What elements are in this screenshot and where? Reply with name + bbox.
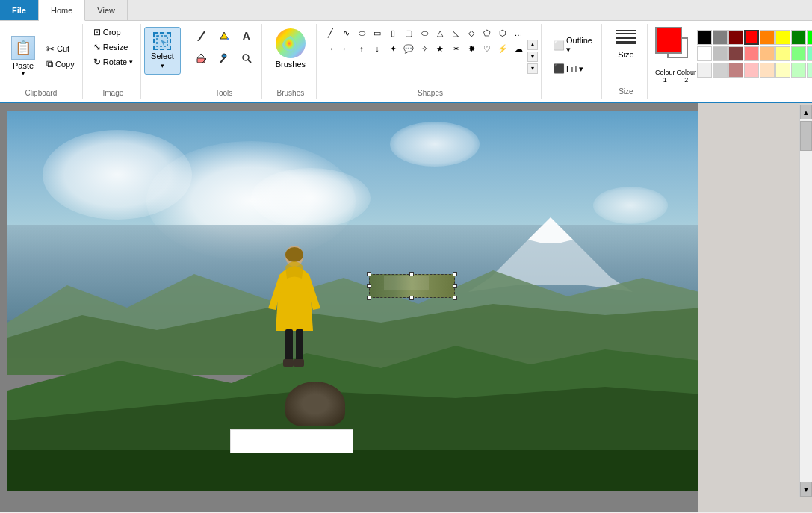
crop-button[interactable]: ⊡ Crop	[90, 25, 124, 39]
size-icon	[616, 30, 636, 44]
shape-arrow-right[interactable]: →	[323, 41, 338, 56]
shape-burst[interactable]: ✸	[464, 41, 479, 56]
color-darkred[interactable]	[728, 30, 743, 45]
text-tool[interactable]: A	[236, 25, 257, 46]
color-blush[interactable]	[744, 63, 759, 78]
shape-pentagon[interactable]: ⬠	[480, 25, 495, 40]
color-apricot[interactable]	[760, 63, 775, 78]
color-orange[interactable]	[760, 30, 775, 45]
shape-right-triangle[interactable]: ◺	[448, 25, 463, 40]
shape-rounded-rect[interactable]: ▢	[401, 25, 416, 40]
color-red[interactable]	[744, 30, 759, 45]
svg-point-19	[285, 247, 303, 262]
shape-rect2[interactable]: ▯	[385, 25, 400, 40]
shape-rect[interactable]: ▭	[370, 25, 385, 40]
size-button[interactable]: Size	[611, 27, 641, 62]
photo-background	[7, 111, 698, 491]
shape-more[interactable]: …	[511, 25, 526, 40]
color-lightpink[interactable]	[744, 46, 759, 61]
color-brown[interactable]	[728, 46, 743, 61]
fill-label: Fill ▾	[566, 64, 583, 74]
shape-cloud[interactable]: ☁	[511, 41, 526, 56]
shape-4arrow[interactable]: ✦	[385, 41, 400, 56]
shapes-scroll-more[interactable]: ▾	[527, 63, 538, 74]
shape-star4[interactable]: ✧	[417, 41, 432, 56]
color-gray[interactable]	[713, 30, 728, 45]
rotate-button[interactable]: ↻ Rotate ▾	[90, 55, 136, 69]
shape-callout[interactable]: 💬	[401, 41, 416, 56]
fill-button[interactable]: ⬛ Fill ▾	[549, 60, 597, 77]
palette-row-3	[697, 63, 812, 78]
color-ivory[interactable]	[775, 63, 790, 78]
color-yellow[interactable]	[775, 30, 790, 45]
tab-view[interactable]: View	[85, 0, 128, 20]
white-rectangle[interactable]	[230, 429, 353, 453]
color-offwhite[interactable]	[697, 63, 712, 78]
handle-br[interactable]	[453, 296, 457, 300]
scroll-thumb[interactable]	[800, 121, 812, 151]
resize-button[interactable]: ⤡ Resize	[90, 40, 131, 54]
shape-triangle[interactable]: △	[433, 25, 447, 40]
color-seafoam[interactable]	[807, 63, 812, 78]
shape-arrow-down[interactable]: ↓	[370, 41, 385, 56]
shape-star6[interactable]: ✶	[448, 41, 463, 56]
shapes-scroll-up[interactable]: ▲	[527, 40, 538, 50]
scroll-down-arrow[interactable]: ▼	[800, 482, 812, 497]
magnifier-tool[interactable]	[236, 48, 257, 69]
canvas-container[interactable]	[0, 103, 698, 512]
eraser-tool[interactable]	[191, 48, 212, 69]
shape-arrow-up[interactable]: ↑	[354, 41, 369, 56]
shapes-scroll-down[interactable]: ▼	[527, 52, 538, 62]
resize-icon: ⤡	[93, 42, 101, 52]
color-peach[interactable]	[760, 46, 775, 61]
cut-button[interactable]: ✂ Cut	[43, 42, 78, 56]
paste-icon: 📋	[11, 36, 35, 60]
color-honeydew[interactable]	[791, 63, 806, 78]
fill-tool[interactable]	[214, 25, 235, 46]
copy-button[interactable]: ⧉ Copy	[43, 57, 78, 72]
shape-lightning[interactable]: ⚡	[495, 41, 510, 56]
handle-bl[interactable]	[367, 296, 371, 300]
shape-freeform[interactable]: ⬭	[354, 25, 369, 40]
color-black[interactable]	[697, 30, 712, 45]
tab-home[interactable]: Home	[39, 0, 85, 21]
handle-bm[interactable]	[409, 296, 414, 300]
shape-hexagon[interactable]: ⬡	[495, 25, 510, 40]
brushes-button[interactable]: Brushes	[270, 25, 312, 72]
color-lightyellow2[interactable]	[775, 46, 790, 61]
color-lightgreen[interactable]	[791, 46, 806, 61]
shape-ellipse[interactable]: ⬭	[417, 25, 432, 40]
color-mint[interactable]	[807, 46, 812, 61]
shape-diamond[interactable]: ◇	[464, 25, 479, 40]
shape-curve[interactable]: ∿	[338, 25, 353, 40]
color-silver[interactable]	[713, 63, 728, 78]
shape-star5[interactable]: ★	[433, 41, 447, 56]
scroll-up-arrow[interactable]: ▲	[800, 105, 812, 119]
shape-arrow-left[interactable]: ←	[338, 41, 353, 56]
color-picker-tool[interactable]	[214, 48, 235, 69]
select-label: Select	[151, 52, 174, 60]
shape-heart[interactable]: ♡	[480, 41, 495, 56]
handle-mr[interactable]	[453, 284, 457, 288]
handle-ml[interactable]	[367, 284, 371, 288]
color-white[interactable]	[697, 46, 712, 61]
brushes-label: Brushes	[276, 60, 306, 69]
floating-selection[interactable]	[369, 274, 455, 298]
vertical-scrollbar[interactable]: ▲ ▼	[799, 105, 812, 497]
brushes-icon	[276, 28, 306, 58]
handle-tl[interactable]	[367, 272, 371, 276]
tab-file[interactable]: File	[0, 0, 39, 20]
colour1-swatch[interactable]	[655, 27, 682, 54]
handle-tm[interactable]	[409, 272, 414, 276]
select-button[interactable]: Select ▾	[144, 27, 181, 75]
color-darkgreen[interactable]	[791, 30, 806, 45]
paste-button[interactable]: 📋 Paste ▾	[4, 25, 42, 87]
color-lightgray[interactable]	[713, 46, 728, 61]
main-canvas[interactable]	[7, 111, 698, 491]
pencil-tool[interactable]	[191, 25, 212, 46]
outline-button[interactable]: ⬜ Outline ▾	[549, 33, 597, 57]
handle-tr[interactable]	[453, 272, 457, 276]
color-lime[interactable]	[807, 30, 812, 45]
shape-line[interactable]: ╱	[323, 25, 338, 40]
color-rosewood[interactable]	[728, 63, 743, 78]
